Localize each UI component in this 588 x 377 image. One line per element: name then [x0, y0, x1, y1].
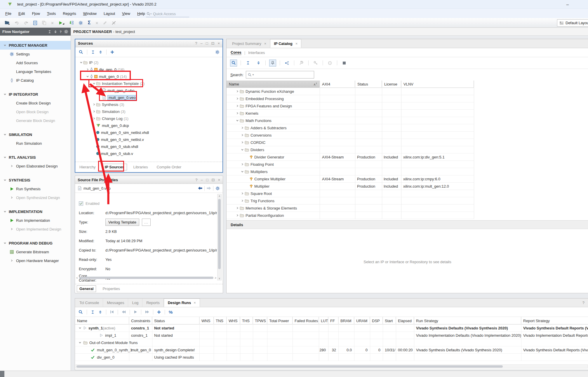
collapse-all-icon[interactable] [91, 310, 95, 314]
menu-item-layout[interactable]: Layout [104, 11, 115, 16]
flow-section-simulation[interactable]: SIMULATION [0, 130, 71, 139]
layout-selector[interactable]: Default Layout [557, 19, 588, 27]
column-header-total-power[interactable]: Total Power [267, 317, 293, 324]
pin-filter-icon[interactable] [269, 60, 276, 67]
column-header-bram[interactable]: BRAM [338, 317, 354, 324]
menu-item-flow[interactable]: Flow [32, 11, 40, 16]
column-header-constraints[interactable]: Constraints [129, 317, 152, 324]
doc-tab-project-summary[interactable]: Project Summary× [228, 39, 270, 48]
chevron-down-icon[interactable] [92, 82, 96, 85]
flow-item-generate-block-design[interactable]: Generate Block Design [0, 116, 71, 125]
scroll-down-icon[interactable]: ∨ [218, 277, 221, 280]
previous-run-icon[interactable] [122, 310, 126, 314]
chevron-right-icon[interactable] [235, 112, 240, 115]
flow-item-open-hardware-manager[interactable]: Open Hardware Manager [0, 256, 71, 265]
horizontal-scrollbar[interactable]: < > [76, 276, 216, 280]
chevron-down-icon[interactable] [79, 327, 81, 329]
column-header-dsp[interactable]: DSP [370, 317, 383, 324]
settings-icon[interactable] [79, 21, 83, 25]
help-icon[interactable]: ? [60, 30, 62, 34]
maximize-icon[interactable]: □ [206, 178, 208, 182]
column-header-axi4[interactable]: AXI4 [320, 81, 355, 88]
catalog-row-embedded-processing[interactable]: Embedded Processing [227, 95, 474, 102]
column-header-report-strategy[interactable]: Report Strategy [521, 317, 588, 324]
chevron-down-icon[interactable] [4, 242, 6, 245]
tree-item-mult-gen-0-sim-netlist-v[interactable]: mult_gen_0_sim_netlist.v [75, 136, 221, 143]
close-icon[interactable]: × [295, 41, 298, 46]
flow-item-run-implementation[interactable]: Run Implementation [0, 216, 71, 225]
column-header-failed-routes[interactable]: Failed Routes [293, 317, 319, 324]
open-project-icon[interactable] [5, 21, 10, 25]
tree-item-div-gen-0[interactable]: div_gen_0(16) [75, 66, 221, 73]
column-header-name[interactable]: Name∧1 [227, 81, 320, 88]
tab-design-runs[interactable]: Design Runs× [164, 299, 200, 307]
add-sources-icon[interactable] [110, 50, 114, 54]
chevron-right-icon[interactable] [240, 192, 245, 195]
menu-item-file[interactable]: File [5, 11, 11, 16]
collapse-all-icon[interactable] [48, 30, 51, 34]
help-icon[interactable]: ? [195, 41, 197, 46]
chevron-right-icon[interactable] [235, 104, 240, 107]
percent-icon[interactable]: % [169, 310, 173, 315]
chevron-right-icon[interactable] [92, 117, 96, 120]
step-icon[interactable] [69, 21, 74, 25]
flow-item-open-implemented-design[interactable]: Open Implemented Design [0, 225, 71, 233]
close-icon[interactable]: × [264, 41, 267, 46]
chevron-down-icon[interactable] [240, 148, 245, 151]
tree-item-instantiation-template[interactable]: Instantiation Template(2) [75, 80, 221, 87]
chevron-down-icon[interactable] [85, 75, 90, 78]
redo-icon[interactable] [24, 21, 28, 25]
chevron-right-icon[interactable] [240, 163, 245, 166]
edit-icon[interactable] [103, 21, 107, 25]
catalog-row-kernels[interactable]: Kernels [227, 110, 474, 117]
close-icon[interactable]: × [218, 41, 220, 46]
subtab-interfaces[interactable]: Interfaces [248, 50, 265, 55]
float-icon[interactable]: ⊡ [212, 178, 215, 182]
chevron-down-icon[interactable] [4, 156, 6, 159]
cancel-icon[interactable] [112, 21, 116, 25]
scroll-left-icon[interactable]: < [76, 276, 78, 280]
catalog-row-dynamic-function-exchange[interactable]: Dynamic Function eXchange [227, 88, 474, 95]
catalog-row-multiplier[interactable]: MultiplierProductionIncludedxilinx.com:i… [227, 183, 474, 190]
flow-item-create-block-design[interactable]: Create Block Design [0, 99, 71, 107]
tab-log[interactable]: Log [128, 299, 142, 307]
customize-ip-icon[interactable] [298, 60, 305, 67]
tab-reports[interactable]: Reports [142, 299, 164, 307]
column-header-ff[interactable]: FF [328, 317, 338, 324]
tab-compile-order[interactable]: Compile Order [154, 164, 184, 170]
catalog-row-multipliers[interactable]: Multipliers [227, 168, 474, 175]
stop-icon[interactable]: × [95, 20, 98, 25]
menu-item-edit[interactable]: Edit [18, 11, 25, 16]
chevron-right-icon[interactable] [235, 214, 240, 217]
column-header-whs[interactable]: WHS [227, 317, 240, 324]
catalog-row-floating-point[interactable]: Floating Point [227, 161, 474, 168]
chevron-down-icon[interactable] [235, 119, 240, 122]
chevron-right-icon[interactable] [240, 199, 245, 202]
tree-item-mult-gen-0-vho[interactable]: mult_gen_0.vho [75, 87, 221, 94]
expand-all-icon[interactable] [98, 310, 102, 314]
column-header-license[interactable]: License [382, 81, 401, 88]
catalog-row-memories-storage-elements[interactable]: Memories & Storage Elements [227, 205, 474, 212]
chevron-down-icon[interactable] [79, 61, 83, 64]
flow-item-add-sources[interactable]: Add Sources [0, 58, 71, 67]
tab-hierarchy[interactable]: Hierarchy [77, 164, 98, 170]
menu-item-help[interactable]: Help [137, 11, 145, 16]
undo-icon[interactable] [15, 21, 19, 25]
enabled-checkbox[interactable] [79, 201, 83, 206]
type-button[interactable]: Verilog Template [105, 219, 139, 226]
flow-item-open-block-design[interactable]: Open Block Design [0, 107, 71, 116]
gear-icon[interactable] [215, 50, 220, 54]
chevron-down-icon[interactable] [4, 93, 6, 96]
chevron-right-icon[interactable] [235, 97, 240, 100]
tab-libraries[interactable]: Libraries [131, 164, 150, 170]
doc-tab-ip-catalog[interactable]: IP Catalog× [270, 39, 301, 48]
flow-section-rtl-analysis[interactable]: RTL ANALYSIS [0, 153, 71, 162]
catalog-row-complex-multiplier[interactable]: Complex MultiplierAXI4-StreamProductionI… [227, 175, 474, 183]
next-run-icon[interactable] [145, 310, 149, 314]
scroll-up-icon[interactable]: ∧ [218, 195, 221, 198]
play-run-icon[interactable] [134, 310, 137, 314]
column-header-tns[interactable]: TNS [214, 317, 227, 324]
gear-icon[interactable] [64, 29, 68, 34]
tab-messages[interactable]: Messages [103, 299, 128, 307]
horizontal-scrollbar[interactable] [76, 364, 588, 369]
